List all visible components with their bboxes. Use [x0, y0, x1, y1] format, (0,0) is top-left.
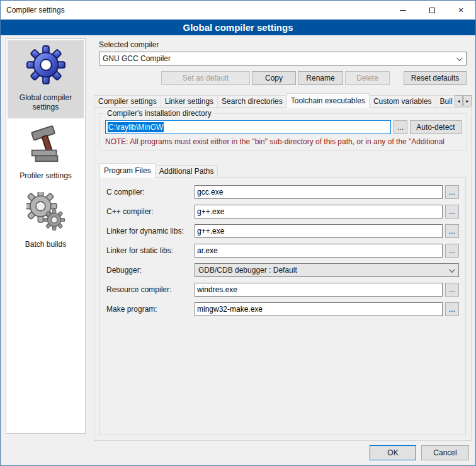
tab-compiler-settings[interactable]: Compiler settings — [94, 95, 161, 108]
maximize-button[interactable] — [417, 1, 446, 20]
sub-tab-strip: Program Files Additional Paths — [99, 163, 466, 178]
blue-gear-icon — [26, 45, 65, 84]
debugger-label: Debugger: — [106, 266, 195, 275]
linker-dynamic-label: Linker for dynamic libs: — [106, 227, 195, 236]
field-row: Make program: ... — [106, 302, 459, 316]
subtab-program-files[interactable]: Program Files — [99, 163, 156, 178]
dialog-header-title: Global compiler settings — [183, 22, 293, 33]
compiler-settings-window: Compiler settings ✕ Global compiler sett… — [0, 0, 476, 466]
minimize-icon — [400, 10, 406, 11]
install-dir-value: C:\raylib\MinGW — [108, 122, 164, 132]
ok-button[interactable]: OK — [370, 445, 416, 460]
selected-compiler-value: GNU GCC Compiler — [103, 54, 456, 63]
sidebar-item-batch-builds[interactable]: Batch builds — [8, 187, 84, 256]
dialog-body: Global compiler settings Profiler settin… — [1, 35, 475, 465]
sidebar-item-global-compiler-settings[interactable]: Global compiler settings — [8, 40, 84, 118]
cancel-button[interactable]: Cancel — [421, 445, 469, 460]
field-row: Linker for static libs: ... — [106, 244, 459, 258]
make-program-browse-button[interactable]: ... — [445, 302, 459, 316]
gray-gears-icon — [26, 192, 65, 231]
field-row: Linker for dynamic libs: ... — [106, 224, 459, 238]
reset-defaults-button[interactable]: Reset defaults — [404, 71, 467, 85]
tab-scroll-right-button[interactable]: ► — [463, 95, 472, 106]
linker-static-input[interactable] — [195, 244, 443, 258]
tab-toolchain-executables[interactable]: Toolchain executables — [286, 93, 370, 108]
close-icon: ✕ — [458, 6, 463, 14]
arrow-left-icon: ◄ — [456, 99, 461, 103]
selected-compiler-label: Selected compiler — [99, 40, 159, 49]
make-program-input[interactable] — [195, 302, 443, 316]
tab-search-directories[interactable]: Search directories — [217, 95, 287, 108]
cpp-compiler-browse-button[interactable]: ... — [445, 205, 459, 219]
copy-button[interactable]: Copy — [252, 71, 296, 85]
linker-static-browse-button[interactable]: ... — [445, 244, 459, 258]
resource-compiler-browse-button[interactable]: ... — [445, 283, 459, 297]
titlebar[interactable]: Compiler settings ✕ — [1, 1, 475, 20]
make-program-label: Make program: — [106, 305, 195, 314]
tab-build-options-clipped[interactable]: Buil — [436, 95, 454, 108]
program-files-panel: C compiler: ... C++ compiler: ... Linker… — [99, 177, 466, 435]
sidebar-item-label: Batch builds — [11, 240, 81, 249]
close-button[interactable]: ✕ — [446, 1, 475, 20]
sidebar-item-profiler-settings[interactable]: Profiler settings — [8, 118, 84, 187]
subtab-additional-paths[interactable]: Additional Paths — [155, 165, 218, 178]
arrow-right-icon: ► — [465, 99, 470, 103]
install-dir-group-title: Compiler's installation directory — [105, 109, 213, 118]
main-tabs: Compiler settings Linker settings Search… — [94, 93, 454, 108]
linker-dynamic-browse-button[interactable]: ... — [445, 224, 459, 238]
debugger-select[interactable]: GDB/CDB debugger : Default — [195, 263, 459, 277]
install-dir-row: C:\raylib\MinGW ... Auto-detect — [105, 120, 462, 134]
c-compiler-label: C compiler: — [106, 188, 195, 196]
cpp-compiler-input[interactable] — [195, 205, 443, 219]
debugger-value: GDB/CDB debugger : Default — [198, 266, 449, 275]
main-tab-strip: Compiler settings Linker settings Search… — [94, 93, 472, 108]
sidebar-item-label: Profiler settings — [11, 171, 81, 181]
c-compiler-input[interactable] — [195, 185, 443, 199]
selected-compiler-select[interactable]: GNU GCC Compiler — [99, 52, 467, 65]
set-as-default-button[interactable]: Set as default — [161, 71, 250, 85]
dialog-header: Global compiler settings — [1, 20, 475, 35]
minimize-button[interactable] — [388, 1, 417, 20]
resource-compiler-label: Resource compiler: — [106, 285, 195, 294]
field-row: C compiler: ... — [106, 185, 459, 199]
window-controls: ✕ — [388, 1, 475, 20]
tab-scroll-left-button[interactable]: ◄ — [455, 95, 463, 106]
note-text: NOTE: All programs must exist either in … — [105, 137, 462, 146]
install-dir-browse-button[interactable]: ... — [394, 120, 407, 134]
window-title: Compiler settings — [1, 6, 65, 14]
linker-dynamic-input[interactable] — [195, 224, 443, 238]
sidebar-item-label: Global compiler settings — [11, 93, 81, 112]
chevron-down-icon — [456, 55, 463, 61]
tab-custom-variables[interactable]: Custom variables — [369, 95, 436, 108]
field-row: Resource compiler: ... — [106, 283, 459, 297]
install-dir-input[interactable]: C:\raylib\MinGW — [105, 120, 391, 134]
sub-tabs: Program Files Additional Paths — [99, 163, 448, 178]
c-compiler-browse-button[interactable]: ... — [445, 185, 459, 199]
linker-static-label: Linker for static libs: — [106, 246, 195, 255]
autodetect-button[interactable]: Auto-detect — [410, 120, 462, 134]
tab-scroll-controls: ◄ ► — [455, 95, 472, 106]
chevron-down-icon — [449, 266, 455, 273]
delete-button[interactable]: Delete — [345, 71, 390, 85]
cpp-compiler-label: C++ compiler: — [106, 207, 195, 216]
install-dir-group: Compiler's installation directory C:\ray… — [99, 109, 467, 151]
rename-button[interactable]: Rename — [298, 71, 343, 85]
profiler-hammer-icon — [28, 123, 64, 162]
field-row: Debugger: GDB/CDB debugger : Default — [106, 263, 459, 277]
maximize-icon — [429, 8, 435, 13]
field-row: C++ compiler: ... — [106, 205, 459, 219]
sidebar: Global compiler settings Profiler settin… — [6, 38, 86, 434]
resource-compiler-input[interactable] — [195, 283, 443, 297]
tab-linker-settings[interactable]: Linker settings — [161, 95, 218, 108]
toolchain-executables-panel: Compiler's installation directory C:\ray… — [94, 107, 472, 441]
